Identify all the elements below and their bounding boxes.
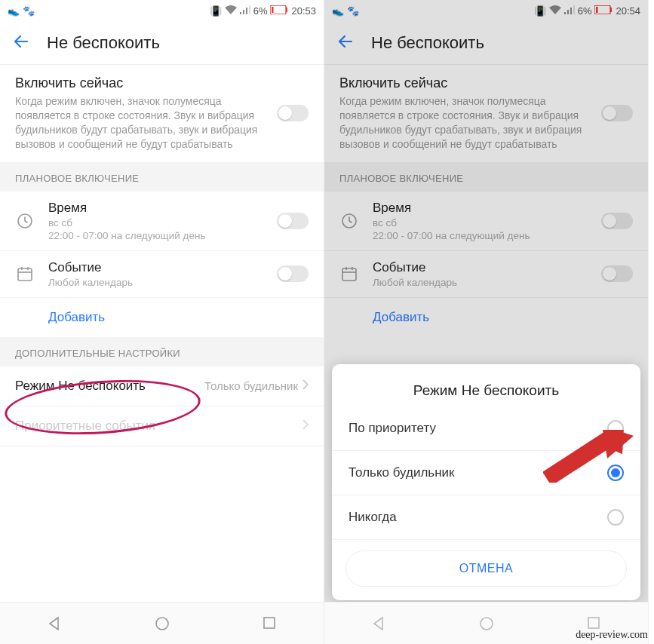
svg-rect-14 (564, 12, 566, 14)
priority-events-row: Приоритетные события (0, 406, 324, 446)
option-priority[interactable]: По приоритету (332, 406, 640, 451)
svg-rect-1 (243, 10, 244, 14)
dnd-mode-dialog: Режим Не беспокоить По приоритету Только… (332, 364, 640, 600)
add-schedule-link[interactable]: Добавить (324, 298, 648, 337)
status-bar: 👟 🐾 📳 6% 20:53 (0, 0, 324, 21)
svg-rect-15 (567, 10, 569, 14)
battery-pct: 6% (253, 5, 268, 17)
nav-back-icon[interactable] (46, 615, 63, 632)
page-title: Не беспокоить (47, 33, 160, 53)
battery-icon (594, 5, 613, 17)
enable-title: Включить сейчас (339, 75, 596, 91)
section-additional: ДОПОЛНИТЕЛЬНЫЕ НАСТРОЙКИ (0, 337, 324, 366)
svg-rect-20 (596, 7, 598, 13)
option-label: Только будильник (348, 465, 455, 480)
event-toggle[interactable] (601, 265, 633, 282)
svg-rect-17 (573, 5, 575, 14)
time-range: 22:00 - 07:00 на следующий день (48, 230, 263, 241)
enable-desc: Когда режим включен, значок полумесяца п… (15, 94, 272, 152)
schedule-time-row[interactable]: Время вс сб 22:00 - 07:00 на следующий д… (0, 192, 324, 251)
signal-icon (240, 5, 250, 17)
vibrate-icon: 📳 (534, 5, 546, 17)
time-title: Время (373, 201, 588, 216)
svg-point-12 (156, 618, 168, 630)
nav-recent-icon[interactable] (262, 615, 278, 632)
dnd-mode-row[interactable]: Режим Не беспокоить Только будильник (0, 366, 324, 406)
enable-toggle[interactable] (601, 105, 633, 121)
enable-title: Включить сейчас (15, 75, 272, 91)
svg-rect-6 (272, 7, 274, 13)
option-label: По приоритету (348, 421, 436, 436)
time-range: 22:00 - 07:00 на следующий день (373, 230, 588, 241)
nav-home-icon[interactable] (478, 615, 495, 632)
nav-bar (0, 602, 324, 644)
svg-rect-22 (342, 268, 356, 281)
radio-selected[interactable] (607, 465, 624, 481)
event-title: Событие (48, 260, 263, 275)
watermark: deep-review.com (576, 629, 648, 641)
clock-time: 20:53 (291, 5, 316, 17)
calendar-icon (15, 264, 35, 284)
time-toggle[interactable] (601, 213, 633, 229)
clock-icon (339, 211, 359, 231)
status-icon: 👟 (8, 5, 20, 17)
event-title: Событие (373, 260, 588, 275)
radio-unselected[interactable] (607, 420, 624, 437)
time-title: Время (48, 201, 263, 216)
svg-rect-27 (588, 618, 599, 628)
back-icon[interactable] (336, 32, 355, 54)
battery-icon (270, 5, 288, 17)
dnd-mode-value: Только будильник (204, 379, 298, 392)
page-title: Не беспокоить (371, 33, 484, 53)
wifi-icon (225, 5, 237, 17)
nav-home-icon[interactable] (154, 615, 170, 632)
svg-rect-2 (246, 8, 247, 14)
event-sub: Любой календарь (48, 277, 263, 288)
schedule-time-row[interactable]: Время вс сб 22:00 - 07:00 на следующий д… (324, 192, 648, 251)
status-icon: 🐾 (347, 5, 359, 17)
battery-pct: 6% (578, 5, 592, 17)
priority-label: Приоритетные события (15, 419, 155, 434)
time-days: вс сб (48, 217, 263, 228)
enable-toggle[interactable] (277, 105, 309, 121)
vibrate-icon: 📳 (210, 5, 222, 17)
back-icon[interactable] (12, 32, 30, 54)
section-scheduled: ПЛАНОВОЕ ВКЛЮЧЕНИЕ (0, 162, 324, 192)
svg-rect-16 (570, 8, 572, 14)
header: Не беспокоить (0, 21, 324, 65)
enable-desc: Когда режим включен, значок полумесяца п… (339, 94, 596, 152)
option-alarm-only[interactable]: Только будильник (332, 451, 640, 495)
event-sub: Любой календарь (373, 277, 588, 288)
cancel-button[interactable]: ОТМЕНА (345, 550, 627, 587)
radio-unselected[interactable] (607, 509, 624, 526)
status-icon: 🐾 (23, 5, 35, 17)
status-bar: 👟 🐾 📳 6% 20:54 (324, 0, 648, 21)
schedule-event-row[interactable]: Событие Любой календарь (0, 251, 324, 298)
svg-rect-8 (18, 268, 32, 281)
signal-icon (564, 5, 575, 17)
enable-now-row[interactable]: Включить сейчас Когда режим включен, зна… (324, 65, 648, 162)
schedule-event-row[interactable]: Событие Любой календарь (324, 251, 648, 298)
svg-rect-19 (610, 8, 612, 12)
left-screenshot: 👟 🐾 📳 6% 20:53 Не беспокоить Включить се… (0, 0, 324, 644)
calendar-icon (339, 264, 359, 284)
option-label: Никогда (348, 510, 397, 525)
svg-rect-3 (249, 5, 250, 14)
event-toggle[interactable] (277, 265, 309, 282)
svg-rect-13 (264, 618, 275, 628)
chevron-right-icon (302, 379, 309, 392)
clock-time: 20:54 (616, 5, 640, 17)
header: Не беспокоить (324, 21, 648, 65)
nav-back-icon[interactable] (370, 615, 387, 632)
time-toggle[interactable] (277, 213, 309, 229)
enable-now-row[interactable]: Включить сейчас Когда режим включен, зна… (0, 65, 324, 162)
clock-icon (15, 211, 35, 231)
dialog-title: Режим Не беспокоить (332, 370, 640, 406)
chevron-right-icon (302, 419, 309, 433)
time-days: вс сб (373, 217, 588, 228)
add-schedule-link[interactable]: Добавить (0, 298, 324, 337)
svg-rect-5 (286, 8, 287, 12)
status-icon: 👟 (332, 5, 344, 17)
svg-rect-0 (240, 12, 241, 14)
option-never[interactable]: Никогда (332, 495, 640, 540)
